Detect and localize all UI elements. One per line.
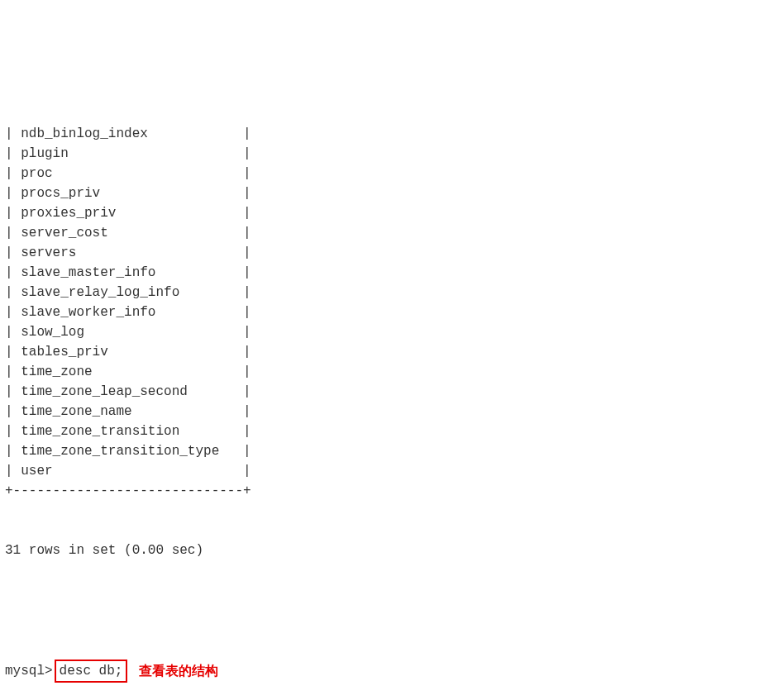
table-list-section: | ndb_binlog_index || plugin || proc || …: [5, 124, 773, 501]
table-list-row: | slave_master_info |: [5, 263, 773, 283]
command-line: mysql> desc db;查看表的结构: [5, 660, 773, 683]
table-list-row: | tables_priv |: [5, 342, 773, 362]
table-list-row: | plugin |: [5, 144, 773, 164]
table-list-row: | ndb_binlog_index |: [5, 124, 773, 144]
terminal-output: | ndb_binlog_index || plugin || proc || …: [5, 84, 773, 700]
table-list-row: | procs_priv |: [5, 183, 773, 203]
summary-line: 31 rows in set (0.00 sec): [5, 540, 773, 560]
blank-line: [5, 600, 773, 620]
table-list-row: | server_cost |: [5, 223, 773, 243]
table-list-row: | proxies_priv |: [5, 203, 773, 223]
table-list-row: | slave_worker_info |: [5, 302, 773, 322]
table-list-row: | time_zone_leap_second |: [5, 382, 773, 402]
table-list-row: | servers |: [5, 243, 773, 263]
table-list-row: | time_zone |: [5, 362, 773, 382]
table-list-row: | time_zone_transition |: [5, 421, 773, 441]
table-list-row: | user |: [5, 461, 773, 481]
table-list-row: | proc |: [5, 164, 773, 183]
table-list-row: +-----------------------------+: [5, 481, 773, 501]
prompt: mysql>: [5, 661, 53, 681]
command-annotation: 查看表的结构: [139, 661, 218, 681]
command-text: desc db;: [60, 664, 123, 679]
table-list-row: | slave_relay_log_info |: [5, 283, 773, 302]
command-highlight: desc db;: [55, 660, 128, 683]
table-list-row: | slow_log |: [5, 322, 773, 342]
table-list-row: | time_zone_name |: [5, 402, 773, 421]
table-list-row: | time_zone_transition_type |: [5, 441, 773, 461]
